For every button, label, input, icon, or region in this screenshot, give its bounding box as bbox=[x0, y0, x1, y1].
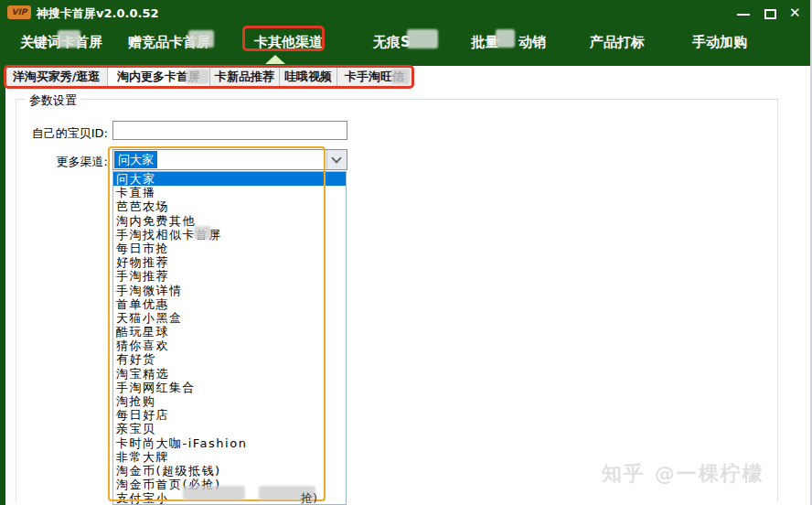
subtab-bar: 洋淘买家秀/逛逛 淘内更多卡首屏 卡新品推荐 哇哦视频 卡手淘旺信 bbox=[5, 67, 411, 87]
dropdown-option[interactable]: 天猫小黑盒 bbox=[113, 311, 346, 325]
dropdown-option[interactable]: 猜你喜欢 bbox=[113, 338, 346, 352]
dropdown-option[interactable]: 手淘网红集合 bbox=[113, 381, 346, 394]
menu-manual-cart[interactable]: 手动加购 bbox=[692, 34, 747, 51]
channel-selected-value: 问大家 bbox=[114, 151, 157, 168]
vip-badge-icon: VIP bbox=[7, 5, 31, 19]
dropdown-option[interactable]: 问大家 bbox=[113, 172, 346, 186]
dropdown-option[interactable]: 卡直播 bbox=[113, 186, 346, 199]
dropdown-option[interactable]: 手淘推荐 bbox=[113, 269, 346, 283]
item-id-label: 自己的宝贝ID: bbox=[26, 125, 108, 142]
dropdown-option[interactable]: 淘抢购 bbox=[113, 394, 346, 408]
subtab-more-channels[interactable]: 淘内更多卡首屏 bbox=[108, 67, 210, 87]
subtab-buyer-show[interactable]: 洋淘买家秀/逛逛 bbox=[5, 67, 108, 87]
channel-dropdown-list: 问大家卡直播芭芭农场淘内免费其他手淘找相似卡首屏每日市抢好物推荐手淘推荐手淘微详… bbox=[112, 171, 347, 505]
dropdown-option[interactable]: 首单优惠 bbox=[113, 297, 346, 311]
dropdown-option[interactable]: 淘内免费其他 bbox=[113, 214, 346, 228]
menu-other-channels[interactable]: 卡其他渠道 bbox=[254, 34, 323, 51]
subtab-wangxin[interactable]: 卡手淘旺信 bbox=[337, 67, 411, 87]
title-bar: VIP 神搜卡首屏v2.0.0.52 ✕ bbox=[0, 0, 812, 25]
chevron-down-icon bbox=[331, 153, 341, 163]
channel-combobox[interactable]: 问大家 bbox=[112, 149, 347, 170]
dropdown-option[interactable]: 每日好店 bbox=[113, 408, 346, 422]
dropdown-option[interactable]: 每日市抢 bbox=[113, 242, 346, 255]
dropdown-option[interactable]: 手淘找相似卡首屏 bbox=[113, 228, 346, 242]
menu-competitor-card[interactable]: 赠竞品卡首屏 bbox=[128, 34, 210, 51]
last-option-suffix: 抢) bbox=[301, 490, 317, 505]
close-button[interactable]: ✕ bbox=[789, 4, 801, 22]
dropdown-option[interactable]: 有好货 bbox=[113, 352, 346, 366]
dropdown-option[interactable]: 好物推荐 bbox=[113, 255, 346, 269]
dropdown-option[interactable]: 非常大牌 bbox=[113, 450, 346, 464]
dropdown-option[interactable]: 淘金币(超级抵钱) bbox=[113, 464, 346, 478]
combobox-dropdown-button[interactable] bbox=[326, 150, 347, 169]
menu-batch-sales-part1: 批量 bbox=[471, 34, 498, 50]
channel-label: 更多渠道: bbox=[26, 154, 108, 170]
params-group-label: 参数设置 bbox=[26, 92, 80, 109]
menu-traceless[interactable]: 无痕S bbox=[373, 34, 411, 51]
dropdown-option[interactable]: 芭芭农场 bbox=[113, 199, 346, 213]
header: VIP 神搜卡首屏v2.0.0.52 ✕ 关键词卡首屏 赠竞品卡首屏 卡其他渠道… bbox=[0, 0, 812, 66]
zhihu-watermark: 知乎 @一棵柠檬 bbox=[602, 460, 764, 488]
dropdown-option[interactable]: 亲宝贝 bbox=[113, 422, 346, 435]
item-id-input[interactable] bbox=[112, 121, 347, 140]
menu-keyword-card[interactable]: 关键词卡首屏 bbox=[20, 34, 102, 51]
dropdown-option[interactable]: 淘宝精选 bbox=[113, 367, 346, 381]
app-window: VIP 神搜卡首屏v2.0.0.52 ✕ 关键词卡首屏 赠竞品卡首屏 卡其他渠道… bbox=[0, 0, 812, 505]
subtab-new-product[interactable]: 卡新品推荐 bbox=[210, 67, 280, 87]
minimize-button[interactable] bbox=[737, 14, 750, 16]
menu-product-tag[interactable]: 产品打标 bbox=[590, 34, 645, 51]
dropdown-option[interactable]: 手淘微详情 bbox=[113, 284, 346, 297]
active-tab-arrow-icon bbox=[265, 55, 285, 64]
dropdown-option[interactable]: 酷玩星球 bbox=[113, 325, 346, 338]
menu-batch-sales-part2: 动销 bbox=[518, 34, 546, 50]
window-title: 神搜卡首屏v2.0.0.52 bbox=[37, 5, 159, 22]
window-left-border bbox=[0, 57, 5, 505]
maximize-button[interactable] bbox=[764, 9, 776, 19]
dropdown-option[interactable]: 卡时尚大咖-iFashion bbox=[113, 436, 346, 450]
menu-batch-sales[interactable]: 批量动销 bbox=[471, 34, 546, 51]
subtab-wow-video[interactable]: 哇哦视频 bbox=[280, 67, 337, 87]
